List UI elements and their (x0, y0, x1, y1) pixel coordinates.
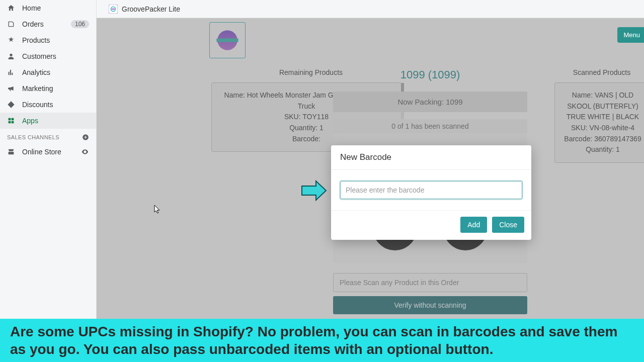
apps-icon (7, 117, 19, 125)
sales-channels-label: SALES CHANNELS (7, 134, 59, 140)
sidebar-item-products[interactable]: Products (0, 32, 96, 48)
menu-button[interactable]: Menu (617, 27, 644, 43)
sidebar: Home Orders 106 Products Customers Analy… (0, 0, 97, 362)
sidebar-item-label: Online Store (22, 148, 81, 156)
sidebar-item-home[interactable]: Home (0, 0, 96, 16)
sidebar-item-discounts[interactable]: Discounts (0, 97, 96, 113)
barcode-input[interactable] (340, 181, 522, 199)
app-title: GroovePacker Lite (122, 5, 180, 13)
customers-icon (7, 52, 19, 60)
sidebar-item-label: Discounts (22, 101, 89, 109)
sidebar-item-orders[interactable]: Orders 106 (0, 16, 96, 32)
sidebar-item-label: Products (22, 36, 89, 44)
sidebar-item-marketing[interactable]: Marketing (0, 80, 96, 97)
sidebar-item-label: Apps (22, 117, 89, 125)
sidebar-item-customers[interactable]: Customers (0, 48, 96, 64)
sidebar-item-online-store[interactable]: Online Store (0, 144, 96, 160)
sidebar-item-analytics[interactable]: Analytics (0, 64, 96, 80)
content: Remaining Products Name: Hot Wheels Mons… (97, 18, 644, 362)
sales-channels-header: SALES CHANNELS (0, 129, 96, 144)
new-barcode-modal: New Barcode Add Close (331, 145, 531, 240)
topbar: GroovePacker Lite (97, 0, 644, 18)
sidebar-item-label: Home (22, 4, 89, 12)
products-icon (7, 36, 19, 44)
modal-title: New Barcode (331, 145, 531, 170)
analytics-icon (7, 68, 19, 76)
sidebar-item-label: Marketing (22, 84, 89, 93)
orders-badge: 106 (71, 20, 89, 28)
store-icon (7, 148, 19, 156)
discounts-icon (7, 101, 19, 109)
close-button[interactable]: Close (492, 217, 524, 233)
view-icon[interactable] (81, 148, 89, 156)
orders-icon (7, 20, 19, 28)
caption-banner: Are some UPCs missing in Shopify? No pro… (0, 319, 644, 362)
home-icon (7, 4, 19, 12)
app-logo-icon (109, 5, 118, 14)
add-channel-icon[interactable] (82, 134, 89, 141)
caption-text: Are some UPCs missing in Shopify? No pro… (10, 323, 634, 358)
annotation-arrow-icon (300, 179, 328, 202)
sidebar-item-label: Customers (22, 52, 89, 60)
sidebar-item-label: Orders (22, 20, 71, 28)
add-button[interactable]: Add (460, 217, 487, 233)
sidebar-item-label: Analytics (22, 68, 89, 76)
marketing-icon (7, 84, 19, 93)
sidebar-item-apps[interactable]: Apps (0, 113, 96, 129)
